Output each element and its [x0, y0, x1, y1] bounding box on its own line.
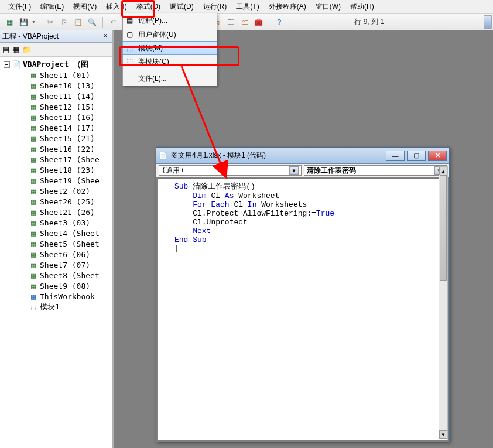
- menu-help[interactable]: 帮助(H): [345, 0, 379, 13]
- tree-root[interactable]: − 📄 VBAProject （图: [1, 59, 111, 70]
- menu-insert[interactable]: 插入(I): [101, 0, 131, 13]
- help-icon[interactable]: ?: [273, 16, 285, 28]
- tree-item-label: Sheet10 (13): [40, 81, 95, 90]
- tree-item-label: Sheet4 (Sheet: [40, 229, 100, 238]
- tree-sheet-item[interactable]: ▦ThisWorkbook: [1, 291, 111, 302]
- expand-icon[interactable]: −: [4, 61, 10, 68]
- tree-sheet-item[interactable]: ▦Sheet7 (07): [1, 259, 111, 270]
- save-icon[interactable]: 💾: [18, 16, 29, 28]
- menu-edit[interactable]: 编辑(E): [36, 0, 69, 13]
- code-editor[interactable]: Sub 清除工作表密码() Dim Cl As Worksheet For Ea…: [158, 178, 448, 440]
- object-browser-icon[interactable]: 🗃: [239, 16, 251, 28]
- menu-run[interactable]: 运行(R): [198, 0, 232, 13]
- tree-item-label: Sheet9 (08): [40, 282, 90, 290]
- worksheet-icon: ▦: [29, 124, 37, 132]
- tree-sheet-item[interactable]: ▦Sheet12 (15): [1, 101, 111, 112]
- tree-sheet-item[interactable]: ▦Sheet11 (14): [1, 91, 111, 101]
- tree-sheet-item[interactable]: ▦Sheet3 (03): [1, 217, 111, 228]
- insert-module[interactable]: ⬚ 模块(M): [122, 41, 217, 55]
- minimize-button[interactable]: —: [386, 151, 405, 161]
- paste-icon[interactable]: 📋: [73, 16, 84, 28]
- tree-sheet-item[interactable]: ▦Sheet9 (08): [1, 281, 111, 291]
- tree-item-label: Sheet2 (02): [40, 187, 90, 196]
- menu-separator: [141, 70, 214, 70]
- code-content: Sub 清除工作表密码() Dim Cl As Worksheet For Ea…: [174, 181, 445, 253]
- undo-icon[interactable]: ↶: [107, 16, 119, 28]
- scrollbar-thumb[interactable]: [440, 175, 447, 281]
- menubar: 文件(F) 编辑(E) 视图(V) 插入(I) 格式(O) 调试(D) 运行(R…: [0, 0, 493, 14]
- tree-item-label: Sheet17 (Shee: [40, 155, 100, 164]
- tree-sheet-item[interactable]: ▦Sheet10 (13): [1, 80, 111, 91]
- procedure-dropdown[interactable]: 清除工作表密码 ▼: [304, 165, 447, 176]
- cut-icon[interactable]: ✂: [44, 16, 56, 28]
- menu-view[interactable]: 视图(V): [69, 0, 101, 13]
- folder-icon[interactable]: 📁: [22, 45, 32, 54]
- tree-sheet-item[interactable]: ▦Sheet14 (17): [1, 122, 111, 133]
- menu-format[interactable]: 格式(O): [132, 0, 165, 13]
- insert-classmodule[interactable]: ⬚ 类模块(C): [123, 54, 217, 69]
- tree-item-label: Sheet7 (07): [40, 261, 90, 269]
- menu-file[interactable]: 文件(F): [4, 0, 36, 13]
- userform-icon: ▢: [126, 30, 138, 39]
- tree-module[interactable]: ⬚ 模块1: [1, 302, 111, 312]
- worksheet-icon: ▦: [29, 155, 37, 163]
- tree-sheet-item[interactable]: ▦Sheet20 (25): [1, 196, 111, 207]
- toolbar-grip: [484, 15, 492, 29]
- insert-file[interactable]: 文件(L)...: [123, 71, 217, 86]
- tree-sheet-item[interactable]: ▦Sheet2 (02): [1, 186, 111, 196]
- menu-addins[interactable]: 外接程序(A): [264, 0, 311, 13]
- toolbox-icon[interactable]: 🧰: [253, 16, 265, 28]
- tree-sheet-item[interactable]: ▦Sheet16 (22): [1, 143, 111, 154]
- tree-sheet-item[interactable]: ▦Sheet13 (16): [1, 112, 111, 122]
- view-object-icon[interactable]: ▦: [12, 45, 19, 54]
- tree-item-label: ThisWorkbook: [40, 292, 95, 301]
- tree-sheet-item[interactable]: ▦Sheet4 (Sheet: [1, 228, 111, 238]
- excel-icon[interactable]: ▦: [4, 16, 15, 28]
- object-dropdown-value: (通用): [162, 166, 184, 176]
- tree-item-label: Sheet20 (25): [40, 197, 95, 206]
- tree-item-label: Sheet5 (Sheet: [40, 240, 100, 248]
- worksheet-icon: ▦: [29, 134, 37, 142]
- tree-item-label: Sheet3 (03): [40, 218, 90, 227]
- tree-sheet-item[interactable]: ▦Sheet8 (Sheet: [1, 270, 111, 281]
- tree-sheet-item[interactable]: ▦Sheet18 (23): [1, 165, 111, 175]
- project-tree: − 📄 VBAProject （图 ▦Sheet1 (01)▦Sheet10 (…: [0, 57, 112, 314]
- worksheet-icon: ▦: [29, 229, 37, 237]
- tree-sheet-item[interactable]: ▦Sheet15 (21): [1, 133, 111, 143]
- menu-tools[interactable]: 工具(T): [231, 0, 263, 13]
- tree-sheet-item[interactable]: ▦Sheet6 (06): [1, 249, 111, 259]
- tree-sheet-item[interactable]: ▦Sheet17 (Shee: [1, 154, 111, 165]
- classmodule-label: 类模块(C): [138, 57, 169, 67]
- view-code-icon[interactable]: ▤: [2, 45, 9, 54]
- scroll-down-icon[interactable]: ▼: [439, 430, 447, 439]
- insert-userform[interactable]: ▢ 用户窗体(U): [123, 28, 217, 42]
- worksheet-icon: ▦: [29, 271, 37, 279]
- tree-sheet-item[interactable]: ▦Sheet21 (26): [1, 207, 111, 217]
- tree-sheet-item[interactable]: ▦Sheet19 (Shee: [1, 175, 111, 186]
- workbook-icon: ▦: [29, 292, 37, 300]
- insert-procedure[interactable]: ▤ 过程(P)...: [123, 13, 217, 28]
- tree-sheet-item[interactable]: ▦Sheet1 (01): [1, 70, 111, 80]
- worksheet-icon: ▦: [29, 282, 37, 290]
- menu-debug[interactable]: 调试(D): [165, 0, 198, 13]
- copy-icon[interactable]: ⎘: [59, 16, 70, 28]
- project-pane-close[interactable]: ×: [101, 32, 110, 41]
- worksheet-icon: ▦: [29, 240, 37, 248]
- code-window-title: 图文用4月1.xlsx - 模块1 (代码): [171, 151, 266, 160]
- close-button[interactable]: ✕: [428, 151, 447, 161]
- find-icon[interactable]: 🔍: [87, 16, 98, 28]
- project-pane-title: 工程 - VBAProject: [2, 32, 59, 42]
- worksheet-icon: ▦: [29, 176, 37, 184]
- tree-sheet-item[interactable]: ▦Sheet5 (Sheet: [1, 238, 111, 249]
- properties-icon[interactable]: 🗔: [225, 16, 237, 28]
- menu-window[interactable]: 窗口(W): [311, 0, 345, 13]
- code-window-titlebar[interactable]: 📄 图文用4月1.xlsx - 模块1 (代码) — ▢ ✕: [156, 148, 449, 164]
- object-dropdown[interactable]: (通用) ▼: [159, 165, 302, 176]
- insert-dropdown: ▤ 过程(P)... ▢ 用户窗体(U) ⬚ 模块(M) ⬚ 类模块(C) 文件…: [122, 13, 217, 86]
- tree-item-label: Sheet19 (Shee: [40, 176, 100, 185]
- scroll-up-icon[interactable]: ▲: [439, 167, 447, 175]
- maximize-button[interactable]: ▢: [407, 151, 426, 161]
- module-menu-icon: ⬚: [126, 44, 138, 52]
- tree-item-label: Sheet1 (01): [40, 71, 90, 80]
- vertical-scrollbar[interactable]: ▲ ▼: [439, 166, 448, 439]
